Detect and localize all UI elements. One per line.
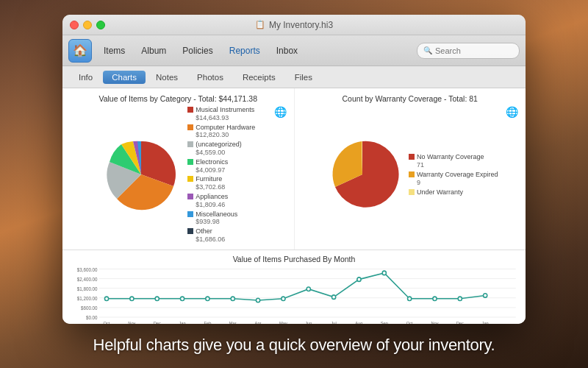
line-chart-area: $3,600.00 $2,400.00 $1,800.00 $1,200.00 … (68, 265, 520, 324)
legend-item-7: Other$1,686.06 (187, 227, 255, 244)
legend-color-misc (187, 211, 193, 217)
legend2-item-2: Under Warranty (409, 188, 498, 197)
legend-label-appliances: Appliances$1,809.46 (196, 193, 228, 209)
tab-receipts[interactable]: Receipts (234, 71, 284, 84)
legend2-label-no-warranty: No Warranty Coverage 71 (417, 153, 484, 169)
file-icon: 📋 (255, 20, 265, 29)
legend-item-0: Musical Instruments$14,643.93 (187, 106, 255, 122)
svg-text:Aug: Aug (355, 320, 362, 324)
svg-text:Jan: Jan (179, 320, 185, 324)
legend-label-electronics: Electronics$4,009.97 (196, 158, 228, 174)
svg-point-31 (130, 297, 134, 300)
line-chart-panel: Value of Items Purchased By Month $3,600… (62, 250, 526, 324)
legend2-label-under-warranty: Under Warranty (417, 188, 463, 197)
legend-color-appliances (187, 194, 193, 199)
app-window: 📋 My Inventory.hi3 🏠 Items Album Policie… (62, 15, 526, 324)
toolbar-items[interactable]: Items (96, 43, 132, 59)
svg-text:Mar: Mar (229, 320, 237, 324)
svg-text:$1,200.00: $1,200.00 (77, 296, 98, 301)
toolbar-reports[interactable]: Reports (222, 43, 268, 59)
minimize-button[interactable] (83, 21, 92, 29)
toolbar-album[interactable]: Album (134, 43, 173, 59)
svg-text:Dec: Dec (456, 320, 464, 324)
legend2-color-expired (409, 171, 415, 177)
svg-text:$600.00: $600.00 (81, 305, 98, 311)
toolbar-policies[interactable]: Policies (175, 43, 220, 59)
toolbar-inbox[interactable]: Inbox (269, 43, 305, 59)
svg-text:Feb: Feb (204, 320, 212, 324)
svg-text:Oct: Oct (104, 320, 110, 324)
svg-text:$3,600.00: $3,600.00 (77, 266, 98, 272)
pie-chart-2-panel: Count by Warranty Coverage - Total: 81 🌐 (295, 88, 526, 250)
svg-text:Jan: Jan (482, 320, 489, 324)
tab-charts[interactable]: Charts (103, 71, 146, 84)
svg-text:$2,400.00: $2,400.00 (77, 276, 98, 281)
legend-color-other (187, 228, 193, 234)
legend-label-uncategorized: (uncategorized)$4,559.00 (196, 141, 242, 157)
legend-item-2: (uncategorized)$4,559.00 (187, 141, 255, 157)
pie-chart-2-area: 🌐 No Warranty Coverage (301, 106, 520, 244)
close-button[interactable] (70, 21, 79, 29)
tab-files[interactable]: Files (286, 71, 321, 84)
tab-info[interactable]: Info (70, 71, 101, 84)
legend-item-1: Computer Hardware$12,820.30 (187, 124, 255, 140)
search-icon: 🔍 (423, 46, 432, 54)
line-chart-title: Value of Items Purchased By Month (68, 255, 520, 263)
legend2-item-0: No Warranty Coverage 71 (409, 153, 498, 169)
search-input[interactable] (435, 46, 513, 55)
legend-item-4: Furniture$3,702.68 (187, 175, 255, 191)
window-title: 📋 My Inventory.hi3 (255, 20, 333, 30)
svg-point-42 (408, 297, 412, 300)
pie-chart-1-area: 🌐 (68, 106, 288, 244)
subtoolbar: Info Charts Notes Photos Receipts Files (62, 66, 526, 88)
svg-point-36 (256, 298, 259, 302)
pie-charts-row: Value of Items by Category - Total: $44,… (62, 88, 526, 250)
svg-text:Dec: Dec (154, 320, 161, 324)
svg-text:$1,800.00: $1,800.00 (77, 286, 98, 291)
line-chart-svg: $3,600.00 $2,400.00 $1,800.00 $1,200.00 … (68, 265, 520, 324)
svg-text:Jul: Jul (331, 320, 336, 324)
content-area: Value of Items by Category - Total: $44,… (62, 88, 526, 324)
svg-point-45 (484, 293, 487, 297)
legend-label-musical: Musical Instruments$14,643.93 (196, 106, 254, 122)
legend-color-musical (187, 107, 193, 113)
tab-notes[interactable]: Notes (147, 71, 187, 84)
svg-point-44 (458, 297, 462, 300)
legend-label-other: Other$1,686.06 (196, 227, 225, 244)
svg-text:Nov: Nov (128, 320, 135, 324)
legend-label-misc: Miscellaneous$939.98 (196, 210, 237, 227)
legend2-color-no-warranty (409, 154, 415, 160)
svg-point-43 (433, 297, 437, 300)
svg-point-33 (180, 297, 184, 300)
legend-color-furniture (187, 176, 193, 182)
svg-point-39 (332, 295, 336, 299)
legend-item-5: Appliances$1,809.46 (187, 193, 255, 209)
titlebar: 📋 My Inventory.hi3 (62, 15, 526, 35)
pie-chart-1-panel: Value of Items by Category - Total: $44,… (62, 88, 295, 250)
pie1-globe-icon[interactable]: 🌐 (274, 106, 287, 118)
home-button[interactable]: 🏠 (68, 39, 92, 63)
svg-text:Nov: Nov (431, 320, 438, 324)
legend-color-uncategorized (187, 141, 193, 147)
pie-chart-1-svg (101, 134, 182, 215)
pie-chart-2-legend: No Warranty Coverage 71 Warranty Coverag… (409, 153, 498, 196)
pie-chart-1-title: Value of Items by Category - Total: $44,… (68, 94, 288, 103)
traffic-lights (70, 21, 105, 29)
legend-color-computer (187, 124, 193, 130)
svg-text:May: May (279, 320, 287, 324)
pie2-globe-icon[interactable]: 🌐 (506, 106, 518, 118)
svg-point-38 (306, 287, 310, 291)
svg-text:$0.00: $0.00 (86, 315, 98, 320)
svg-point-34 (206, 297, 209, 300)
maximize-button[interactable] (96, 21, 105, 29)
svg-text:Apr: Apr (255, 320, 262, 324)
svg-text:Jun: Jun (305, 320, 312, 324)
legend-label-furniture: Furniture$3,702.68 (196, 175, 225, 191)
legend2-color-under-warranty (409, 189, 415, 195)
legend-color-electronics (187, 159, 193, 165)
tab-photos[interactable]: Photos (188, 71, 232, 84)
legend-item-3: Electronics$4,009.97 (187, 158, 255, 174)
svg-text:Sep: Sep (381, 320, 389, 324)
legend2-label-expired: Warranty Coverage Expired 9 (417, 171, 498, 187)
search-box[interactable]: 🔍 (417, 43, 520, 59)
